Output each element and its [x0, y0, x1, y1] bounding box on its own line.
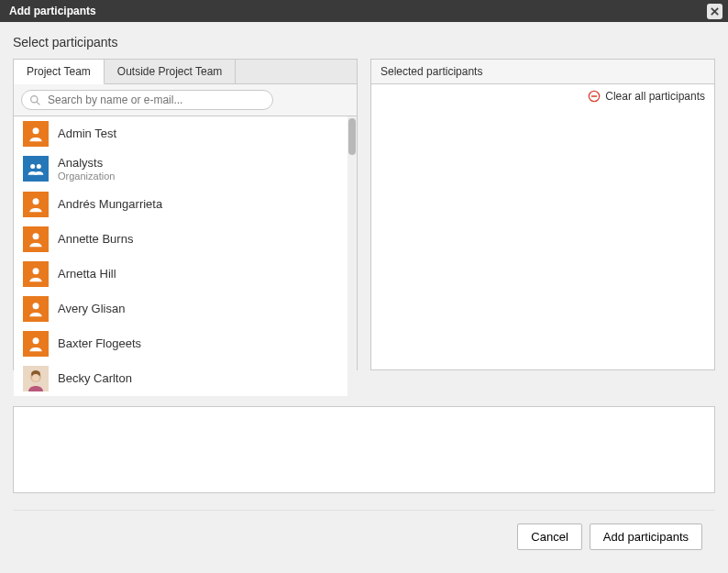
selected-list: [371, 108, 714, 369]
participant-list: Admin TestAnalystsOrganizationAndrés Mun…: [14, 116, 347, 396]
comment-input[interactable]: [13, 406, 715, 493]
tab-project-team[interactable]: Project Team: [14, 60, 105, 84]
scrollbar-thumb[interactable]: [348, 118, 356, 155]
titlebar: Add participants: [0, 0, 728, 22]
group-icon: [23, 156, 49, 182]
participant-name: Andrés Mungarrieta: [58, 197, 162, 212]
add-participants-modal: Add participants Select participants Pro…: [0, 0, 728, 573]
list-item[interactable]: Andrés Mungarrieta: [14, 187, 347, 222]
clear-all-button[interactable]: Clear all participants: [371, 84, 714, 108]
participant-subtext: Organization: [58, 171, 115, 182]
section-title: Select participants: [13, 35, 715, 50]
list-item[interactable]: Avery Glisan: [14, 292, 347, 326]
participant-name: Becky Carlton: [58, 371, 132, 386]
svg-point-5: [33, 198, 39, 204]
tab-outside-project-team[interactable]: Outside Project Team: [105, 60, 237, 83]
available-panel: Project Team Outside Project Team Admin …: [13, 59, 358, 370]
avatar: [23, 296, 49, 322]
selected-header: Selected participants: [371, 60, 714, 84]
cancel-button[interactable]: Cancel: [517, 523, 581, 550]
participant-name: Annette Burns: [58, 232, 133, 247]
clear-all-label: Clear all participants: [605, 90, 705, 103]
tabs: Project Team Outside Project Team: [14, 60, 357, 84]
list-item[interactable]: AnalystsOrganization: [14, 151, 347, 187]
selected-panel: Selected participants Clear all particip…: [370, 59, 715, 370]
svg-point-7: [33, 268, 39, 274]
avatar: [23, 226, 49, 252]
list-item[interactable]: Arnetta Hill: [14, 257, 347, 292]
avatar: [23, 121, 49, 147]
list-item[interactable]: Annette Burns: [14, 222, 347, 257]
search-icon: [29, 94, 41, 106]
close-icon: [710, 6, 720, 17]
add-participants-button[interactable]: Add participants: [590, 523, 702, 550]
svg-point-13: [32, 374, 39, 381]
svg-point-4: [37, 164, 41, 169]
close-button[interactable]: [707, 4, 722, 19]
svg-point-9: [33, 337, 39, 344]
scrollbar[interactable]: [347, 116, 357, 396]
list-item[interactable]: Admin Test: [14, 116, 347, 151]
svg-point-0: [31, 95, 38, 102]
footer: Cancel Add participants: [13, 510, 715, 563]
participant-name: Baxter Flogeets: [58, 336, 141, 351]
search-input-wrap[interactable]: [21, 90, 273, 110]
avatar: [23, 192, 49, 217]
participant-name: Arnetta Hill: [58, 267, 116, 281]
participant-name: Admin Test: [58, 127, 116, 141]
svg-point-8: [33, 303, 39, 309]
svg-line-1: [37, 102, 39, 105]
participant-name: Avery Glisan: [58, 302, 125, 316]
list-item[interactable]: Baxter Flogeets: [14, 326, 347, 361]
avatar: [23, 261, 49, 287]
avatar: [23, 366, 49, 391]
modal-title: Add participants: [9, 5, 96, 17]
svg-point-3: [30, 164, 35, 169]
participant-name: Analysts: [58, 156, 115, 171]
svg-point-6: [33, 233, 39, 239]
svg-point-2: [33, 127, 39, 134]
list-item[interactable]: Becky Carlton: [14, 361, 347, 396]
search-input[interactable]: [46, 93, 265, 107]
clear-icon: [588, 90, 601, 103]
avatar: [23, 331, 49, 357]
